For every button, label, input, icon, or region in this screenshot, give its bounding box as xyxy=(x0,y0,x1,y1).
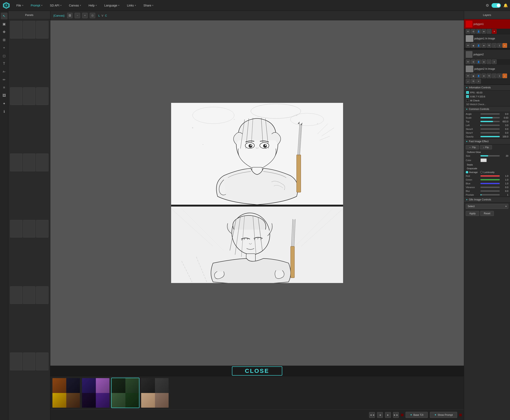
panel-cell[interactable] xyxy=(10,220,23,238)
panel-cell[interactable] xyxy=(10,87,23,105)
layer-polygon2-main[interactable]: polygon2 xyxy=(464,50,510,59)
notifications-icon[interactable]: 🔔 xyxy=(503,3,508,8)
layer-p2-gear-btn[interactable]: ⚙ xyxy=(471,60,476,64)
tool-select[interactable]: ↖ xyxy=(1,13,8,19)
filmstrip-item-3[interactable] xyxy=(141,378,169,408)
canvas-btn-zoom-in[interactable]: + xyxy=(82,13,88,18)
layer-p2i-eye2-btn[interactable]: ◉ xyxy=(471,74,476,78)
common-controls-header[interactable]: ▼ Common Controls xyxy=(464,106,510,112)
panel-cell[interactable] xyxy=(36,21,48,38)
blue-slider[interactable] xyxy=(480,183,500,184)
layer-person-btn-2[interactable]: 👤 xyxy=(476,43,481,48)
glfx-header[interactable]: ▼ Glfx Image Controls xyxy=(464,197,510,202)
layer-p2i-person-btn[interactable]: 👤 xyxy=(476,74,481,78)
tool-grid[interactable]: ⊞ xyxy=(1,37,8,43)
canvas-size-l[interactable]: L xyxy=(98,14,100,17)
vibrance-slider[interactable] xyxy=(480,187,500,188)
layer-p2-person-btn[interactable]: 👤 xyxy=(476,60,481,64)
glfx-apply-button[interactable]: Apply xyxy=(466,211,479,216)
panel-cell[interactable] xyxy=(23,154,35,171)
tool-shape[interactable]: ◻ xyxy=(1,52,8,59)
menu-help[interactable]: Help ▾ xyxy=(85,2,100,8)
layer-p2-download-btn[interactable]: ↓ xyxy=(487,60,491,64)
ai-check-checkbox[interactable] xyxy=(466,99,469,102)
radio-luminosity[interactable]: Luminosity xyxy=(480,171,495,173)
panel-cell[interactable] xyxy=(23,21,35,38)
panel-cell[interactable] xyxy=(36,352,48,370)
dark-mode-toggle[interactable] xyxy=(492,3,501,8)
filmstrip-item-0[interactable] xyxy=(52,378,80,408)
layer-download-btn[interactable]: ↓ xyxy=(487,29,491,34)
radio-average[interactable]: Average xyxy=(466,171,478,173)
layer-polygon2-image-main[interactable]: polygon2 In Image xyxy=(464,65,510,73)
nav-last[interactable]: ►► xyxy=(393,412,399,418)
layer-p2i-close2-btn[interactable]: ✕ xyxy=(476,79,481,83)
menu-sd-api[interactable]: SD API ▾ xyxy=(46,2,65,8)
fast-image-effect-header[interactable]: ▼ Fast Image Effect xyxy=(464,138,510,144)
filmstrip-item-1[interactable] xyxy=(82,378,110,408)
nav-next[interactable]: ► xyxy=(385,412,391,418)
menu-share[interactable]: Share ▾ xyxy=(140,2,157,8)
info-controls-header[interactable]: ▼ Infomation Controls xyxy=(464,85,510,90)
show-prompt-button[interactable]: ✦ Show Prompt xyxy=(430,412,457,418)
close-button[interactable]: CLOSE xyxy=(232,366,282,375)
panel-cell[interactable] xyxy=(23,87,35,105)
settings-icon[interactable]: ⚙ xyxy=(486,3,489,8)
layer-p2-star-btn[interactable]: ★ xyxy=(481,60,486,64)
layer-star-btn[interactable]: ★ xyxy=(481,29,486,34)
panel-cell[interactable] xyxy=(10,352,23,370)
flip-h-button[interactable]: ↔ Flip xyxy=(466,145,479,149)
panel-cell[interactable] xyxy=(10,154,23,171)
menu-prompt[interactable]: Prompt ▾ xyxy=(27,2,46,8)
filmstrip-item-2[interactable] xyxy=(111,378,139,408)
layer-p2i-download-btn[interactable]: ↓ xyxy=(492,74,497,78)
layer-download-btn-2[interactable]: ↓ xyxy=(492,43,497,48)
layer-star-btn-2[interactable]: ★ xyxy=(481,43,486,48)
layer-polygon1-image-main[interactable]: polygon1 In Image xyxy=(464,34,510,43)
panel-cell[interactable] xyxy=(10,286,23,304)
tool-move[interactable]: ✥ xyxy=(1,29,8,35)
layer-p2-close-btn[interactable]: ✕ xyxy=(492,60,497,64)
tool-effects[interactable]: ✦ xyxy=(1,100,8,107)
coords-checkbox[interactable] xyxy=(466,95,469,98)
layer-p2i-copy2-btn[interactable]: ⧉ xyxy=(471,79,476,83)
layer-eye-btn[interactable]: 👁 xyxy=(466,29,470,34)
left-slider[interactable] xyxy=(480,125,500,126)
blur-slider[interactable] xyxy=(480,190,500,192)
red-slider[interactable] xyxy=(480,175,500,177)
nav-first[interactable]: ◄◄ xyxy=(369,412,375,418)
layer-p2i-extra-btn[interactable]: ↙ xyxy=(466,79,470,83)
layer-gear-btn[interactable]: ⚙ xyxy=(471,29,476,34)
skewx-slider[interactable] xyxy=(480,128,500,130)
menu-language[interactable]: Language ▾ xyxy=(100,2,123,8)
scale-slider[interactable] xyxy=(480,117,500,118)
layer-close-btn[interactable]: ✕ xyxy=(492,29,497,34)
base-t2i-button[interactable]: ✦ Base T2I xyxy=(406,412,428,418)
layer-eye-btn-2[interactable]: 👁 xyxy=(466,43,470,48)
tool-lines[interactable]: ≡ xyxy=(1,84,8,91)
panel-cell[interactable] xyxy=(36,220,48,238)
layer-p2i-orange-btn[interactable]: ● xyxy=(502,74,507,78)
tool-text-size[interactable]: A+ xyxy=(1,68,8,75)
layer-orange-btn[interactable]: ● xyxy=(502,43,507,48)
layer-p2i-info-btn[interactable]: ℹ xyxy=(497,74,502,78)
menu-links[interactable]: Links ▾ xyxy=(123,2,140,8)
canvas-viewport[interactable] xyxy=(50,20,464,366)
panel-cell[interactable] xyxy=(23,220,35,238)
panel-cell[interactable] xyxy=(36,154,48,171)
glfx-reset-button[interactable]: Reset xyxy=(480,211,494,216)
flip-v-button[interactable]: ↕ Flip xyxy=(480,145,492,149)
skewy-slider[interactable] xyxy=(480,132,500,134)
glfx-select[interactable]: Select xyxy=(466,204,508,209)
tool-pen[interactable]: ✏ xyxy=(1,76,8,83)
panel-cell[interactable] xyxy=(36,87,48,105)
canvas-btn-image[interactable]: 🖼 xyxy=(67,13,73,18)
canvas-btn-expand[interactable]: ⊡ xyxy=(90,13,95,18)
panel-cell[interactable] xyxy=(23,352,35,370)
layer-info-btn[interactable]: ℹ xyxy=(497,43,502,48)
tool-panel[interactable]: ▣ xyxy=(1,21,8,27)
angle-slider[interactable] xyxy=(480,113,500,115)
canvas-size-v[interactable]: V xyxy=(101,14,103,17)
layer-copy-btn[interactable]: ⧉ xyxy=(487,43,491,48)
panel-cell[interactable] xyxy=(36,286,48,304)
